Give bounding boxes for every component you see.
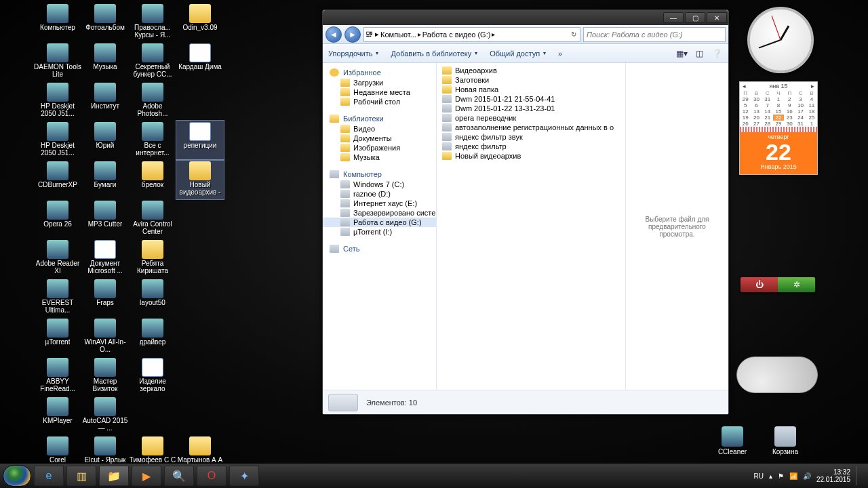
refresh-icon[interactable]: ↻ (569, 30, 578, 38)
close-button[interactable]: ✕ (707, 12, 727, 23)
clock[interactable]: 13:3222.01.2015 (816, 468, 850, 483)
nav-item[interactable]: Изображения (323, 143, 436, 152)
taskbar-libraries[interactable]: ▥ (66, 466, 96, 486)
nav-header[interactable]: Сеть (323, 243, 436, 254)
nav-item[interactable]: Зарезервировано систем (323, 208, 436, 218)
desktop-icon[interactable]: WinAVI All-In-O... (81, 317, 129, 357)
desktop-icon[interactable]: Fraps (81, 278, 129, 317)
file-list[interactable]: ВидеоархивЗаготовкиНовая папкаDwm 2015-0… (437, 63, 625, 390)
breadcrumb-item[interactable]: Работа с видео (G:) (422, 30, 491, 39)
add-library-menu[interactable]: Добавить в библиотеку (391, 49, 477, 58)
desktop-icon[interactable]: DAEMON Tools Lite (34, 42, 81, 81)
desktop[interactable]: КомпьютерФотоальбомПравосла... Курсы - Я… (0, 0, 868, 488)
flag-icon[interactable]: ⚑ (778, 472, 784, 480)
system-tray[interactable]: RU ▴ ⚑ 📶 🔊 13:3222.01.2015 (753, 466, 865, 485)
file-item[interactable]: Заготовки (441, 75, 621, 85)
nav-item[interactable]: Работа с видео (G:) (323, 218, 436, 227)
file-item[interactable]: Новый видеоархив (441, 151, 621, 161)
nav-item[interactable]: raznoe (D:) (323, 189, 436, 199)
volume-icon[interactable]: 🔊 (803, 472, 811, 480)
desktop-icon[interactable]: Секретный бункер СС... (129, 42, 176, 81)
more-menu[interactable]: » (558, 49, 562, 58)
desktop-icon[interactable]: MP3 Cutter (81, 199, 129, 239)
minimize-button[interactable]: — (663, 12, 684, 23)
nav-item[interactable]: Рабочий стол (323, 97, 436, 106)
desktop-icon[interactable]: HP Deskjet 2050 J51... (34, 121, 81, 160)
desktop-icon-ccleaner[interactable]: CCleaner (712, 426, 753, 455)
back-button[interactable]: ◄ (326, 26, 342, 43)
calendar-gadget[interactable]: ◂янв 15▸ ПВСЧПСВ293031123456789101112131… (739, 81, 818, 175)
desktop-icon[interactable]: Фотоальбом (81, 3, 129, 42)
nav-item[interactable]: µTorrent (I:) (323, 227, 436, 237)
restart-button[interactable]: ✲ (778, 277, 815, 292)
file-item[interactable]: автозаполнение регистрационных данных в … (441, 123, 621, 132)
desktop-icon[interactable]: Документ Microsoft ... (81, 239, 129, 278)
taskbar-magnifier[interactable]: 🔍 (164, 466, 194, 486)
desktop-icon[interactable]: CDBurnerXP (34, 160, 81, 199)
nav-item[interactable]: Интернет хаус (E:) (323, 199, 436, 208)
file-item[interactable]: opera переводчик (441, 113, 621, 123)
breadcrumb-item[interactable]: Компьют... (380, 30, 416, 39)
taskbar-opera[interactable]: O (197, 466, 226, 486)
lang-indicator[interactable]: RU (753, 472, 763, 480)
nav-item[interactable]: Загрузки (323, 78, 436, 87)
file-item[interactable]: яндекс фильтр (441, 142, 621, 151)
desktop-icon[interactable]: Мастер Визиток (81, 357, 129, 396)
forward-button[interactable]: ► (344, 26, 361, 43)
desktop-icon[interactable]: Кардаш Дима (176, 42, 224, 81)
help-icon[interactable]: ❔ (711, 47, 723, 60)
share-menu[interactable]: Общий доступ (490, 49, 546, 58)
desktop-icon[interactable]: ABBYY FineRead... (34, 357, 81, 396)
nav-header[interactable]: Избранное (323, 67, 436, 78)
desktop-icon[interactable]: Adobe Photosh... (129, 81, 176, 121)
desktop-icon[interactable]: брелок (129, 160, 176, 199)
show-desktop-button[interactable] (856, 466, 861, 485)
desktop-icon[interactable]: Opera 26 (34, 199, 81, 239)
desktop-icon[interactable]: Odin_v3.09 (176, 3, 224, 42)
nav-header[interactable]: Компьютер (323, 169, 436, 180)
nav-item[interactable]: Недавние места (323, 87, 436, 97)
nav-header[interactable]: Библиотеки (323, 113, 436, 124)
desktop-icon[interactable]: EVEREST Ultima... (34, 278, 81, 317)
nav-item[interactable]: Windows 7 (C:) (323, 180, 436, 189)
file-item[interactable]: Видеоархив (441, 66, 621, 75)
clock-gadget[interactable] (747, 7, 814, 73)
file-item[interactable]: яндекс фильтр звук (441, 132, 621, 142)
start-button[interactable] (3, 465, 31, 487)
search-input[interactable] (583, 27, 726, 42)
nav-item[interactable]: Музыка (323, 152, 436, 162)
desktop-icon[interactable]: Avira Control Center (129, 199, 176, 239)
file-item[interactable]: Dwm 2015-01-22 13-31-23-01 (441, 104, 621, 113)
meter-gadget[interactable] (736, 357, 818, 393)
desktop-icon[interactable]: Новый видеоархив - Ярлык (176, 160, 224, 199)
tray-up-icon[interactable]: ▴ (769, 472, 772, 480)
desktop-icon[interactable]: драйвер (129, 317, 176, 357)
cal-prev-icon[interactable]: ◂ (743, 83, 746, 89)
desktop-icon[interactable]: Изделие зеркало (129, 357, 176, 396)
desktop-icon[interactable]: KMPlayer (34, 396, 81, 435)
desktop-icon[interactable]: Музыка (81, 42, 129, 81)
desktop-icon[interactable]: Все с интернет... (129, 121, 176, 160)
desktop-icon[interactable]: Правосла... Курсы - Я... (129, 3, 176, 42)
cal-next-icon[interactable]: ▸ (811, 83, 814, 89)
view-icon[interactable]: ▦▾ (675, 47, 688, 60)
taskbar-ie[interactable]: e (34, 466, 64, 486)
power-gadget[interactable]: ⏻ ✲ (740, 277, 816, 293)
desktop-icon[interactable]: Институт (81, 81, 129, 121)
file-item[interactable]: Новая папка (441, 85, 621, 94)
taskbar-explorer[interactable]: 📁 (99, 466, 129, 486)
desktop-icon[interactable]: Adobe Reader XI (34, 239, 81, 278)
taskbar-app[interactable]: ✦ (229, 466, 259, 486)
nav-item[interactable]: Документы (323, 134, 436, 143)
network-icon[interactable]: 📶 (789, 472, 797, 480)
recycle-bin[interactable]: Корзина (765, 426, 806, 455)
desktop-icon[interactable]: Ребята Киришата (129, 239, 176, 278)
titlebar[interactable]: — ▢ ✕ (323, 10, 728, 25)
desktop-icon[interactable]: Компьютер (34, 3, 81, 42)
file-item[interactable]: Dwm 2015-01-21 21-55-04-41 (441, 94, 621, 104)
shutdown-button[interactable]: ⏻ (741, 277, 778, 292)
desktop-icon[interactable]: репетиции (176, 121, 224, 160)
nav-item[interactable]: Видео (323, 124, 436, 134)
desktop-icon[interactable]: µTorrent (34, 317, 81, 357)
desktop-icon[interactable]: Бумаги (81, 160, 129, 199)
